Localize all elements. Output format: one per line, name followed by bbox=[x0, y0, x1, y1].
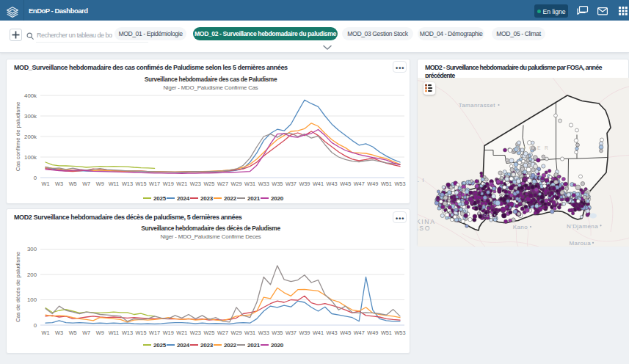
svg-text:W9: W9 bbox=[96, 181, 104, 187]
svg-text:W25: W25 bbox=[203, 330, 214, 336]
svg-text:W3: W3 bbox=[55, 330, 63, 336]
svg-text:W37: W37 bbox=[286, 181, 297, 187]
svg-text:W9: W9 bbox=[96, 330, 104, 336]
svg-text:W53: W53 bbox=[394, 181, 405, 187]
svg-text:Niger - MDO_Paludisme Confirme: Niger - MDO_Paludisme Confirme Deces bbox=[160, 233, 261, 240]
svg-text:W35: W35 bbox=[272, 330, 283, 336]
svg-text:100: 100 bbox=[27, 296, 37, 303]
svg-text:W25: W25 bbox=[203, 181, 214, 187]
svg-text:Cas de décès de paludisme: Cas de décès de paludisme bbox=[15, 252, 21, 322]
svg-text:2021: 2021 bbox=[247, 195, 261, 202]
svg-text:W51: W51 bbox=[381, 330, 392, 336]
svg-text:W33: W33 bbox=[258, 181, 269, 187]
svg-text:W43: W43 bbox=[327, 181, 338, 187]
svg-text:W19: W19 bbox=[163, 330, 174, 336]
svg-text:ASO: ASO bbox=[418, 224, 431, 231]
svg-text:0: 0 bbox=[34, 322, 37, 329]
svg-text:W31: W31 bbox=[244, 181, 255, 187]
svg-text:Cas confirmé de paludisme: Cas confirmé de paludisme bbox=[15, 102, 21, 171]
svg-text:2024: 2024 bbox=[177, 342, 190, 349]
svg-text:W49: W49 bbox=[367, 181, 378, 187]
svg-text:2023: 2023 bbox=[200, 342, 214, 349]
svg-text:2020: 2020 bbox=[271, 195, 284, 202]
svg-text:W17: W17 bbox=[149, 330, 160, 336]
svg-text:W49: W49 bbox=[367, 330, 378, 336]
svg-text:W39: W39 bbox=[299, 181, 310, 187]
svg-text:2021: 2021 bbox=[247, 342, 261, 349]
svg-text:2023: 2023 bbox=[200, 195, 214, 202]
svg-text:W41: W41 bbox=[313, 330, 324, 336]
svg-text:W31: W31 bbox=[244, 330, 255, 336]
svg-text:100k: 100k bbox=[24, 154, 37, 161]
svg-text:W7: W7 bbox=[82, 181, 90, 187]
svg-text:W15: W15 bbox=[135, 181, 146, 187]
svg-text:W37: W37 bbox=[286, 330, 297, 336]
svg-text:2025: 2025 bbox=[153, 195, 167, 202]
svg-text:W27: W27 bbox=[217, 181, 228, 187]
svg-text:W1: W1 bbox=[42, 330, 50, 336]
svg-text:W11: W11 bbox=[109, 330, 119, 336]
svg-text:N'Djamena: N'Djamena bbox=[567, 222, 598, 229]
svg-text:2022: 2022 bbox=[224, 195, 237, 202]
svg-text:W13: W13 bbox=[122, 330, 133, 336]
svg-text:W33: W33 bbox=[258, 330, 269, 336]
svg-text:W19: W19 bbox=[163, 181, 174, 187]
svg-text:Surveillance hebdomadaire des: Surveillance hebdomadaire des décès de P… bbox=[141, 225, 280, 232]
svg-text:Tamanrasset: Tamanrasset bbox=[459, 102, 496, 109]
svg-text:W17: W17 bbox=[149, 181, 160, 187]
svg-text:W51: W51 bbox=[381, 181, 392, 187]
svg-text:W29: W29 bbox=[231, 181, 242, 187]
svg-text:300k: 300k bbox=[24, 113, 37, 120]
svg-text:W47: W47 bbox=[354, 330, 365, 336]
svg-text:W39: W39 bbox=[299, 330, 310, 336]
svg-text:Maroua: Maroua bbox=[569, 239, 591, 246]
svg-text:W29: W29 bbox=[231, 330, 242, 336]
svg-text:W15: W15 bbox=[135, 330, 146, 336]
svg-text:W3: W3 bbox=[55, 181, 63, 187]
svg-text:W13: W13 bbox=[122, 181, 133, 187]
svg-text:W35: W35 bbox=[272, 181, 283, 187]
svg-text:2024: 2024 bbox=[177, 195, 190, 202]
svg-text:0: 0 bbox=[34, 175, 37, 181]
svg-text:W27: W27 bbox=[217, 330, 228, 336]
svg-text:2025: 2025 bbox=[153, 342, 167, 349]
svg-text:N I G E R: N I G E R bbox=[516, 145, 550, 150]
svg-text:W7: W7 bbox=[82, 330, 90, 336]
svg-text:Surveillance hebdomadaire des: Surveillance hebdomadaire des cas de Pal… bbox=[145, 76, 277, 83]
svg-text:Kano: Kano bbox=[513, 224, 528, 230]
svg-text:W21: W21 bbox=[176, 330, 187, 336]
svg-text:W21: W21 bbox=[176, 181, 187, 187]
svg-text:W47: W47 bbox=[354, 181, 365, 187]
svg-text:200k: 200k bbox=[24, 134, 37, 140]
svg-text:W43: W43 bbox=[327, 330, 338, 336]
svg-text:L I: L I bbox=[418, 177, 425, 182]
svg-text:W5: W5 bbox=[69, 330, 77, 336]
svg-text:W1: W1 bbox=[42, 181, 50, 187]
svg-text:2020: 2020 bbox=[271, 342, 284, 349]
svg-text:W45: W45 bbox=[340, 181, 351, 187]
svg-text:200: 200 bbox=[27, 272, 37, 278]
svg-text:W41: W41 bbox=[313, 181, 324, 187]
svg-text:W11: W11 bbox=[109, 181, 119, 187]
svg-text:W23: W23 bbox=[190, 330, 201, 336]
svg-text:W53: W53 bbox=[394, 330, 405, 336]
svg-text:W45: W45 bbox=[340, 330, 351, 336]
svg-text:W5: W5 bbox=[69, 181, 77, 187]
svg-text:Niger - MDO_Paludisme Confirme: Niger - MDO_Paludisme Confirme Cas bbox=[163, 84, 258, 91]
svg-text:2022: 2022 bbox=[224, 342, 237, 349]
svg-text:oto: oto bbox=[484, 212, 492, 219]
svg-text:300: 300 bbox=[27, 246, 37, 252]
svg-text:400k: 400k bbox=[24, 92, 37, 99]
svg-text:W23: W23 bbox=[190, 181, 201, 187]
